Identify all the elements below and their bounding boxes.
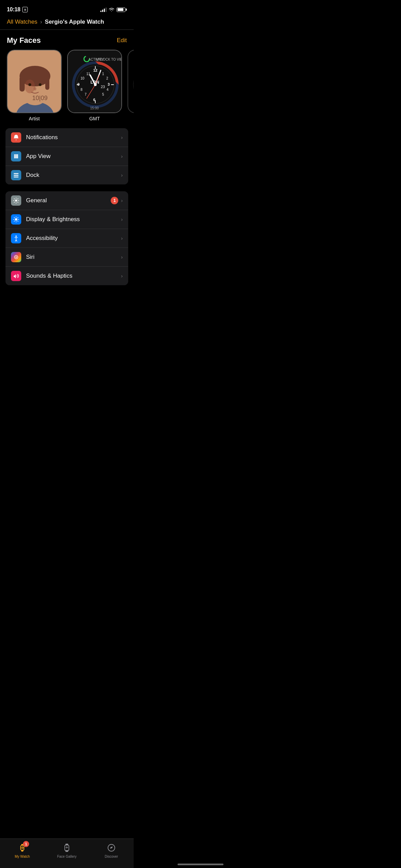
face-card-gmt[interactable]: 12 3 6 9 1 2 11 10 8 7 5 4 LON 23 xyxy=(67,50,122,113)
svg-text:UNLOCK TO VIEW: UNLOCK TO VIEW xyxy=(96,58,122,61)
all-watches-link[interactable]: All Watches xyxy=(7,19,37,25)
accessibility-icon xyxy=(11,233,21,243)
settings-section-2: General 1 › Display & Brightness › xyxy=(5,191,128,285)
svg-point-54 xyxy=(15,154,17,156)
notification-status-icon: ⊞ xyxy=(22,7,28,12)
svg-text:8: 8 xyxy=(81,88,83,92)
svg-point-75 xyxy=(15,236,17,237)
svg-point-77 xyxy=(15,256,17,258)
dock-chevron: › xyxy=(121,172,123,178)
sounds-haptics-chevron: › xyxy=(121,273,123,279)
face-item-artist[interactable]: 10|09 Artist xyxy=(7,50,62,121)
dock-icon xyxy=(11,170,21,180)
svg-rect-5 xyxy=(20,76,25,92)
svg-point-57 xyxy=(15,156,17,157)
display-brightness-label: Display & Brightness xyxy=(26,216,121,223)
svg-text:15:00: 15:00 xyxy=(90,106,99,110)
svg-rect-64 xyxy=(14,177,19,178)
accessibility-row[interactable]: Accessibility › xyxy=(5,229,128,248)
svg-text:2: 2 xyxy=(106,76,108,80)
svg-line-72 xyxy=(17,221,18,221)
siri-chevron: › xyxy=(121,254,123,260)
general-label: General xyxy=(26,197,111,204)
general-row[interactable]: General 1 › xyxy=(5,191,128,210)
svg-text:6: 6 xyxy=(93,98,95,102)
siri-label: Siri xyxy=(26,254,121,261)
svg-line-73 xyxy=(17,217,18,218)
svg-text:23: 23 xyxy=(101,85,105,89)
face-item-gmt[interactable]: 12 3 6 9 1 2 11 10 8 7 5 4 LON 23 xyxy=(67,50,122,121)
display-brightness-row[interactable]: Display & Brightness › xyxy=(5,210,128,229)
svg-point-65 xyxy=(15,200,17,202)
faces-carousel[interactable]: 10|09 Artist xyxy=(0,50,134,128)
dock-row[interactable]: Dock › xyxy=(5,166,128,184)
svg-rect-6 xyxy=(45,78,49,90)
svg-text:7: 7 xyxy=(85,93,87,96)
svg-line-74 xyxy=(14,221,14,221)
svg-rect-63 xyxy=(14,175,19,176)
svg-text:4: 4 xyxy=(107,88,109,92)
svg-point-7 xyxy=(25,80,35,93)
signal-icon xyxy=(100,7,107,12)
status-bar: 10:18 ⊞ xyxy=(0,0,134,17)
svg-point-58 xyxy=(17,156,18,157)
edit-button[interactable]: Edit xyxy=(117,37,127,44)
app-view-chevron: › xyxy=(121,154,123,159)
breadcrumb: All Watches › Sergio's Apple Watch xyxy=(0,17,134,29)
svg-point-53 xyxy=(14,154,15,156)
svg-text:10|09: 10|09 xyxy=(32,95,48,101)
siri-icon xyxy=(11,252,21,262)
svg-text:5: 5 xyxy=(102,93,104,96)
app-view-row[interactable]: App View › xyxy=(5,147,128,166)
accessibility-chevron: › xyxy=(121,236,123,241)
svg-point-56 xyxy=(14,156,15,157)
svg-point-8 xyxy=(28,83,31,86)
face-label-artist: Artist xyxy=(29,116,40,121)
face-card-astro[interactable]: 10 xyxy=(127,50,134,113)
sounds-haptics-label: Sounds & Haptics xyxy=(26,273,121,279)
face-item-astro[interactable]: 10 Astron xyxy=(127,50,134,121)
svg-text:10: 10 xyxy=(81,76,85,80)
accessibility-label: Accessibility xyxy=(26,235,121,242)
face-label-gmt: GMT xyxy=(89,116,100,121)
my-faces-title: My Faces xyxy=(7,36,41,45)
status-time: 10:18 xyxy=(7,7,20,13)
current-watch-title: Sergio's Apple Watch xyxy=(45,19,104,25)
display-brightness-chevron: › xyxy=(121,217,123,222)
svg-point-61 xyxy=(17,157,18,158)
general-icon xyxy=(11,195,21,206)
svg-point-59 xyxy=(14,157,15,158)
app-view-icon xyxy=(11,151,21,161)
dock-label: Dock xyxy=(26,172,121,179)
face-card-artist[interactable]: 10|09 xyxy=(7,50,62,113)
display-brightness-icon xyxy=(11,214,21,225)
svg-rect-62 xyxy=(14,173,19,174)
svg-text:1: 1 xyxy=(102,72,104,76)
sounds-haptics-icon xyxy=(11,271,21,281)
svg-point-10 xyxy=(34,87,36,91)
notifications-row[interactable]: Notifications › xyxy=(5,128,128,147)
sounds-haptics-row[interactable]: Sounds & Haptics › xyxy=(5,267,128,285)
svg-point-9 xyxy=(39,83,41,86)
settings-section-1: Notifications › App View › xyxy=(5,128,128,184)
notifications-label: Notifications xyxy=(26,134,121,141)
svg-text:9: 9 xyxy=(77,82,80,86)
svg-text:12: 12 xyxy=(93,68,97,72)
siri-row[interactable]: Siri › xyxy=(5,248,128,267)
svg-rect-43 xyxy=(128,50,134,113)
battery-icon xyxy=(117,8,127,12)
wifi-icon xyxy=(109,8,114,12)
svg-point-66 xyxy=(15,218,17,220)
svg-point-55 xyxy=(17,154,18,156)
breadcrumb-separator: › xyxy=(40,19,42,25)
notifications-chevron: › xyxy=(121,135,123,140)
status-icons xyxy=(100,7,127,12)
svg-line-71 xyxy=(14,217,14,218)
app-view-label: App View xyxy=(26,153,121,160)
notifications-icon xyxy=(11,132,21,143)
general-badge: 1 xyxy=(111,197,118,204)
my-faces-header: My Faces Edit xyxy=(0,30,134,50)
svg-text:3: 3 xyxy=(108,82,110,86)
general-chevron: › xyxy=(121,198,123,203)
svg-point-60 xyxy=(15,157,17,158)
